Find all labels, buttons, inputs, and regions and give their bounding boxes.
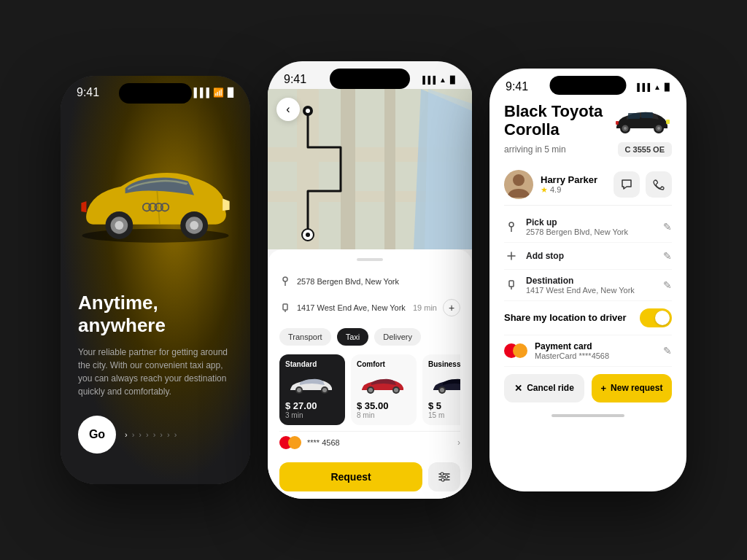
headline: Anytime, anywhere <box>78 292 233 337</box>
tab-taxi[interactable]: Taxi <box>337 328 369 346</box>
new-request-button[interactable]: + New request <box>592 374 672 402</box>
star-icon: ★ <box>541 185 548 195</box>
driver-actions <box>614 171 672 198</box>
payment-edit-icon[interactable]: ✎ <box>663 345 672 357</box>
car-card-standard[interactable]: Standard $ 27.00 3 min <box>279 354 345 425</box>
svg-point-34 <box>440 388 444 392</box>
share-toggle[interactable] <box>640 308 672 327</box>
car-name-standard: Standard <box>285 360 339 368</box>
tab-delivery[interactable]: Delivery <box>374 328 421 346</box>
filter-button[interactable] <box>428 462 460 491</box>
plus-icon: + <box>601 383 607 394</box>
svg-rect-15 <box>341 89 355 249</box>
pickup-detail-row: Pick up 2578 Bergen Blvd, New York ✎ <box>504 211 672 243</box>
status-icons-3: ▐▐▐ ▲ ▉ <box>635 83 670 91</box>
svg-point-28 <box>322 388 327 392</box>
status-time-2: 9:41 <box>284 73 306 86</box>
svg-point-47 <box>624 127 627 130</box>
svg-point-20 <box>306 233 310 237</box>
wifi-icon-3: ▲ <box>654 83 661 91</box>
battery-icon-2: ▉ <box>450 76 456 84</box>
pickup-address: 2578 Bergen Blvd, New York <box>297 277 460 286</box>
service-tabs: Transport Taxi Delivery <box>279 328 460 346</box>
call-button[interactable] <box>646 171 672 198</box>
pickup-row: 2578 Bergen Blvd, New York <box>279 273 460 290</box>
add-stop-icon <box>504 249 519 263</box>
pickup-edit-icon[interactable]: ✎ <box>663 221 672 233</box>
toggle-thumb <box>655 311 670 325</box>
bottom-sheet: 2578 Bergen Blvd, New York 1417 West End… <box>268 249 472 499</box>
car-card-business[interactable]: Business $ 5 15 m <box>422 354 460 425</box>
phone-icon <box>653 179 665 190</box>
add-stop-edit-icon[interactable]: ✎ <box>663 250 672 262</box>
arriving-text: arriving in 5 min <box>504 144 566 155</box>
driver-info: Harry Parker ★ 4.9 <box>541 174 606 195</box>
svg-point-50 <box>657 127 660 130</box>
battery-icon-3: ▉ <box>665 83 670 91</box>
car-card-comfort[interactable]: Comfort $ 35.00 8 min <box>351 354 417 425</box>
destination-address: 1417 West End Ave, New York <box>297 303 407 312</box>
car-name-business: Business <box>428 360 460 368</box>
signal-icon: ▐▐▐ <box>190 88 209 98</box>
svg-rect-43 <box>628 113 640 119</box>
share-location-row: Share my location to driver <box>504 301 672 335</box>
payment-detail-label: Payment card <box>535 341 656 351</box>
add-stop-content: Add stop <box>526 251 656 261</box>
svg-point-53 <box>513 174 525 186</box>
pickup-icon <box>279 276 291 287</box>
svg-point-54 <box>509 222 514 227</box>
pickup-detail-label: Pick up <box>526 217 656 228</box>
svg-rect-52 <box>616 121 619 125</box>
back-button[interactable]: ‹ <box>276 98 300 121</box>
wifi-icon: 📶 <box>213 88 224 98</box>
dynamic-island-3 <box>550 76 627 95</box>
svg-point-6 <box>190 221 198 230</box>
driver-name: Harry Parker <box>541 174 606 185</box>
new-request-label: New request <box>611 383 662 393</box>
car-header: Black Toyota Corolla <box>504 102 672 139</box>
car-price-standard: $ 27.00 <box>285 400 339 411</box>
mastercard-logo <box>504 343 527 358</box>
car-img-comfort <box>357 371 411 397</box>
destination-detail-label: Destination <box>526 276 656 286</box>
destination-edit-icon[interactable]: ✎ <box>663 279 672 291</box>
subheadline: Your reliable partner for getting around… <box>78 346 233 398</box>
destination-row: 1417 West End Ave, New York 19 min + <box>279 296 460 319</box>
battery-icon: ▉ <box>228 88 234 98</box>
payment-row[interactable]: **** 4568 › <box>279 431 460 454</box>
dynamic-island <box>119 83 192 104</box>
eta-badge: 19 min <box>413 303 437 312</box>
arriving-row: arriving in 5 min C 3555 OE <box>504 142 672 157</box>
pickup-detail-icon <box>504 219 519 234</box>
go-button[interactable]: Go <box>78 416 116 454</box>
car-model-title: Black Toyota Corolla <box>504 102 614 139</box>
pickup-detail-value: 2578 Bergen Blvd, New York <box>526 228 656 236</box>
status-icons-1: ▐▐▐ 📶 ▉ <box>190 88 234 98</box>
signal-icon-3: ▐▐▐ <box>635 83 650 91</box>
svg-rect-58 <box>509 281 514 287</box>
cancel-ride-button[interactable]: ✕ Cancel ride <box>504 374 584 402</box>
car-options: Standard $ 27.00 3 min <box>279 354 460 425</box>
svg-point-32 <box>394 388 398 392</box>
add-stop-row: Add stop ✎ <box>504 243 672 270</box>
car-time-comfort: 8 min <box>357 411 411 419</box>
filter-icon <box>438 470 451 483</box>
svg-point-26 <box>297 388 301 392</box>
message-button[interactable] <box>614 171 640 198</box>
dynamic-island-2 <box>330 69 410 89</box>
go-arrows: › › › › › › › › <box>125 430 177 439</box>
signal-icon-2: ▐▐▐ <box>420 76 436 84</box>
phone-route: 9:41 ▐▐▐ ▲ ▉ <box>268 61 472 499</box>
car-img-business <box>428 371 460 397</box>
tab-transport[interactable]: Transport <box>279 328 331 346</box>
plate-badge: C 3555 OE <box>618 142 672 157</box>
payment-detail-row: Payment card MasterCard ****4568 ✎ <box>504 335 672 367</box>
share-label: Share my location to driver <box>504 312 627 323</box>
map-view: ‹ <box>268 89 472 249</box>
add-stop-button[interactable]: + <box>443 299 460 316</box>
destination-detail-content: Destination 1417 West End Ave, New York <box>526 276 656 295</box>
request-button[interactable]: Request <box>279 462 422 491</box>
mastercard-icon <box>279 436 301 449</box>
phone-intro: 9:41 ▐▐▐ 📶 ▉ <box>61 76 250 484</box>
home-indicator-3 <box>489 408 686 420</box>
